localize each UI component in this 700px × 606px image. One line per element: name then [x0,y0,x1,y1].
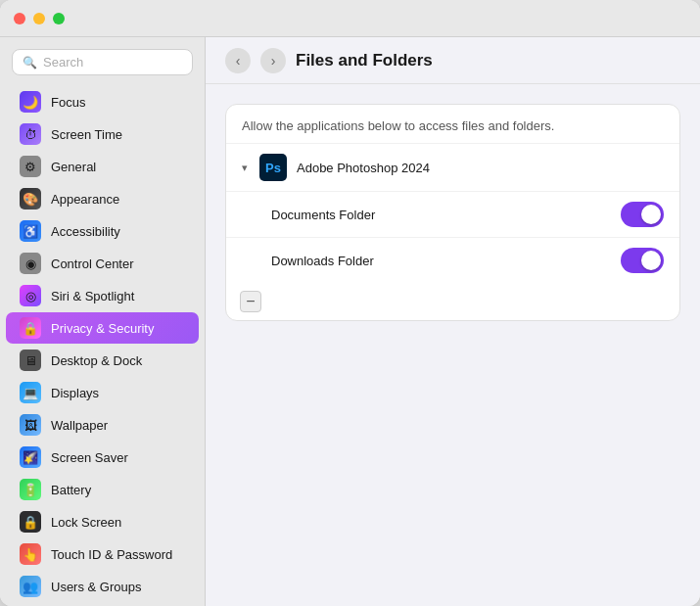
folder-label: Downloads Folder [271,254,374,268]
app-icon: Ps [259,154,287,181]
window-content: 🔍 🌙 Focus ⏱ Screen Time ⚙ General 🎨 Appe… [0,37,700,606]
sidebar-item-label: General [51,160,96,174]
displays-icon: 💻 [20,382,41,403]
sidebar-item-siri[interactable]: ◎ Siri & Spotlight [6,280,199,311]
sidebar-item-label: Displays [51,386,99,400]
sidebar-item-label: Appearance [51,192,119,207]
chevron-down-icon: ▾ [242,162,248,174]
main-header: ‹ › Files and Folders [206,37,700,84]
appearance-icon: 🎨 [20,188,41,210]
sidebar-item-label: Accessibility [51,224,120,239]
accessibility-icon: ♿ [20,220,41,242]
sidebar-item-label: Desktop & Dock [51,353,142,368]
sidebar-item-screentime[interactable]: ⏱ Screen Time [6,118,199,150]
back-button[interactable]: ‹ [225,48,251,73]
sidebar-item-desktop[interactable]: 🖥 Desktop & Dock [6,345,199,376]
users-icon: 👥 [20,576,41,597]
close-button[interactable] [14,13,25,24]
sidebar-item-label: Screen Time [51,127,122,142]
sidebar-item-label: Focus [51,95,85,110]
sidebar-item-label: Privacy & Security [51,321,154,336]
sidebar-item-focus[interactable]: 🌙 Focus [6,86,199,117]
desktop-icon: 🖥 [20,350,41,371]
folder-row-0: Documents Folder [226,192,679,238]
card-footer: − [226,283,679,320]
sidebar-item-general[interactable]: ⚙ General [6,151,199,182]
main-panel: ‹ › Files and Folders Allow the applicat… [206,37,700,606]
screentime-icon: ⏱ [20,123,41,145]
folder-row-1: Downloads Folder [226,238,679,283]
sidebar-item-label: Control Center [51,256,134,271]
sidebar-item-screensaver[interactable]: 🌠 Screen Saver [6,442,199,473]
sidebar-items-container: 🌙 Focus ⏱ Screen Time ⚙ General 🎨 Appear… [0,85,205,603]
titlebar [0,0,700,37]
folder-label: Documents Folder [271,208,375,222]
app-name: Adobe Photoshop 2024 [297,161,430,175]
sidebar: 🔍 🌙 Focus ⏱ Screen Time ⚙ General 🎨 Appe… [0,37,206,606]
search-bar[interactable]: 🔍 [12,49,193,75]
sidebar-item-label: Lock Screen [51,515,121,530]
maximize-button[interactable] [53,13,65,24]
wallpaper-icon: 🖼 [20,414,41,436]
folder-rows-container: Documents Folder Downloads Folder [226,192,679,283]
main-body: Allow the applications below to access f… [206,84,700,606]
controlcenter-icon: ◉ [20,253,41,274]
sidebar-item-label: Screen Saver [51,450,128,465]
files-folders-card: Allow the applications below to access f… [225,104,680,321]
folder-toggle-0[interactable] [621,202,664,227]
sidebar-item-privacy[interactable]: 🔒 Privacy & Security [6,312,199,344]
sidebar-item-accessibility[interactable]: ♿ Accessibility [6,215,199,247]
sidebar-item-lockscreen[interactable]: 🔒 Lock Screen [6,506,199,537]
sidebar-item-displays[interactable]: 💻 Displays [6,377,199,408]
general-icon: ⚙ [20,156,41,177]
forward-button[interactable]: › [260,48,286,73]
search-icon: 🔍 [23,56,37,70]
folder-toggle-1[interactable] [621,248,664,273]
minimize-button[interactable] [33,13,45,24]
toggle-knob [641,205,661,224]
system-preferences-window: 🔍 🌙 Focus ⏱ Screen Time ⚙ General 🎨 Appe… [0,0,700,606]
search-input[interactable] [43,55,182,70]
privacy-icon: 🔒 [20,317,41,339]
sidebar-item-users[interactable]: 👥 Users & Groups [6,571,199,602]
sidebar-item-label: Wallpaper [51,418,108,433]
sidebar-item-battery[interactable]: 🔋 Battery [6,474,199,505]
sidebar-item-controlcenter[interactable]: ◉ Control Center [6,248,199,279]
sidebar-item-label: Users & Groups [51,580,141,594]
battery-icon: 🔋 [20,479,41,500]
sidebar-item-appearance[interactable]: 🎨 Appearance [6,183,199,214]
screensaver-icon: 🌠 [20,446,41,468]
toggle-knob [641,251,661,270]
page-title: Files and Folders [296,51,433,70]
app-row[interactable]: ▾ Ps Adobe Photoshop 2024 [226,144,679,192]
sidebar-item-label: Touch ID & Password [51,547,172,562]
focus-icon: 🌙 [20,91,41,113]
touchid-icon: 👆 [20,543,41,565]
remove-button[interactable]: − [240,291,261,312]
card-description: Allow the applications below to access f… [226,105,679,144]
sidebar-item-label: Siri & Spotlight [51,289,134,303]
siri-icon: ◎ [20,285,41,306]
sidebar-item-touchid[interactable]: 👆 Touch ID & Password [6,538,199,570]
sidebar-item-label: Battery [51,483,91,497]
sidebar-item-wallpaper[interactable]: 🖼 Wallpaper [6,409,199,441]
lockscreen-icon: 🔒 [20,511,41,533]
